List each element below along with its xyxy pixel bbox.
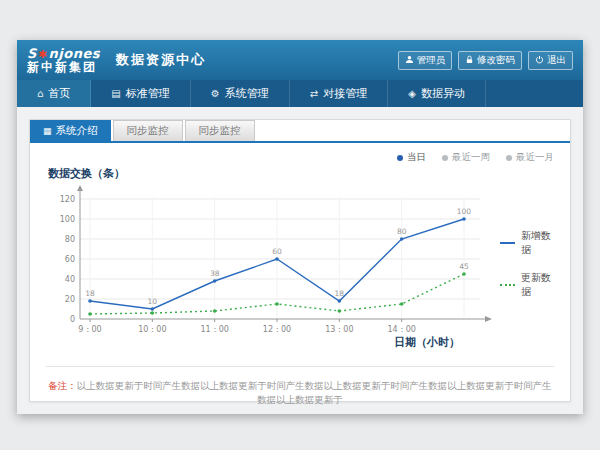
change-password-button[interactable]: 修改密码 xyxy=(458,51,522,70)
brand-company: 新中新集团 xyxy=(27,61,100,74)
svg-text:45: 45 xyxy=(459,262,469,271)
legend-today-dot-icon xyxy=(397,155,403,161)
lock-icon xyxy=(465,55,474,66)
admin-button[interactable]: 管理员 xyxy=(398,51,453,70)
legend-last-week-label: 最近一周 xyxy=(452,151,490,164)
legend-last-month-label: 最近一月 xyxy=(516,151,554,164)
main-nav: ⌂ 首页 ▤ 标准管理 ⚙ 系统管理 ⇄ 对接管理 ◈ 数据异动 xyxy=(17,80,583,107)
tab-sync-monitor-2[interactable]: 同步监控 xyxy=(185,120,255,141)
svg-text:40: 40 xyxy=(65,275,75,284)
gear-icon: ⚙ xyxy=(211,88,220,99)
legend-last-week-dot-icon xyxy=(442,155,448,161)
nav-item-home[interactable]: ⌂ 首页 xyxy=(17,80,91,107)
app-window: S ✱ njones 新中新集团 数据资源中心 管理员 修改密码 退出 ⌂ 首页… xyxy=(17,40,583,414)
chart-column: 0204060801001209：0010：0011：0012：0013：001… xyxy=(46,181,498,350)
nav-item-integration-label: 对接管理 xyxy=(323,86,367,101)
dotted-line-icon xyxy=(500,284,515,286)
tab-sync-monitor-1-label: 同步监控 xyxy=(127,124,169,138)
svg-text:80: 80 xyxy=(397,227,407,236)
chart-row: 0204060801001209：0010：0011：0012：0013：001… xyxy=(46,181,554,350)
exchange-icon: ⇄ xyxy=(310,88,318,99)
diamond-icon: ◈ xyxy=(408,88,416,99)
nav-item-data-changes[interactable]: ◈ 数据异动 xyxy=(388,80,486,107)
user-icon xyxy=(405,55,414,66)
brand-name: S ✱ njones xyxy=(27,47,100,61)
footnote: 备注：以上数据更新于时间产生数据以上数据更新于时间产生数据以上数据更新于时间产生… xyxy=(46,366,554,408)
nav-item-system-label: 系统管理 xyxy=(225,86,269,101)
legend-today[interactable]: 当日 xyxy=(397,151,426,164)
power-icon xyxy=(535,55,544,66)
series-new-data-label: 新增数据 xyxy=(521,229,554,257)
tab-sync-monitor-2-label: 同步监控 xyxy=(199,124,241,138)
legend-last-month[interactable]: 最近一月 xyxy=(506,151,554,164)
svg-text:10: 10 xyxy=(148,297,158,306)
svg-text:100: 100 xyxy=(457,207,472,216)
time-range-legend: 当日 最近一周 最近一月 xyxy=(46,151,554,164)
svg-text:60: 60 xyxy=(272,247,282,256)
grid-icon: ▦ xyxy=(43,126,52,136)
nav-item-system[interactable]: ⚙ 系统管理 xyxy=(191,80,290,107)
brand-logo: S ✱ njones 新中新集团 xyxy=(27,47,100,73)
series-update-data-label: 更新数据 xyxy=(521,271,554,299)
svg-text:38: 38 xyxy=(210,269,220,278)
solid-line-icon xyxy=(500,242,515,244)
home-icon: ⌂ xyxy=(37,88,43,99)
nav-item-standards[interactable]: ▤ 标准管理 xyxy=(91,80,190,107)
svg-text:60: 60 xyxy=(65,255,75,264)
main-card: ▦ 系统介绍 同步监控 同步监控 当日 xyxy=(29,119,571,402)
series-legend: 新增数据 更新数据 xyxy=(500,229,554,299)
content-area: ▦ 系统介绍 同步监控 同步监控 当日 xyxy=(17,107,583,414)
brand-name-suffix: njones xyxy=(49,47,100,61)
svg-text:80: 80 xyxy=(65,235,75,244)
svg-text:100: 100 xyxy=(60,215,75,224)
change-password-label: 修改密码 xyxy=(477,54,515,67)
brand-name-prefix: S xyxy=(27,47,37,61)
footnote-prefix: 备注： xyxy=(48,380,77,391)
card-body: 当日 最近一周 最近一月 数据交换（条） 0204060801001209：00… xyxy=(30,143,570,408)
svg-text:18: 18 xyxy=(335,289,345,298)
footnote-text: 以上数据更新于时间产生数据以上数据更新于时间产生数据以上数据更新于时间产生数据以… xyxy=(77,380,552,405)
standards-icon: ▤ xyxy=(111,88,120,99)
logo-star-icon: ✱ xyxy=(38,49,48,61)
series-legend-update-data[interactable]: 更新数据 xyxy=(500,271,554,299)
nav-item-home-label: 首页 xyxy=(48,86,70,101)
svg-text:14：00: 14：00 xyxy=(387,325,415,334)
page-title: 数据资源中心 xyxy=(116,51,206,69)
nav-item-integration[interactable]: ⇄ 对接管理 xyxy=(290,80,388,107)
svg-text:20: 20 xyxy=(65,295,75,304)
logout-label: 退出 xyxy=(547,54,566,67)
nav-item-data-changes-label: 数据异动 xyxy=(421,86,465,101)
svg-text:18: 18 xyxy=(85,289,95,298)
legend-last-month-dot-icon xyxy=(506,155,512,161)
chart-x-axis-title: 日期（小时） xyxy=(46,335,498,350)
svg-text:0: 0 xyxy=(70,315,75,324)
series-legend-new-data[interactable]: 新增数据 xyxy=(500,229,554,257)
svg-text:12：00: 12：00 xyxy=(263,325,291,334)
legend-today-label: 当日 xyxy=(407,151,426,164)
nav-item-standards-label: 标准管理 xyxy=(126,86,170,101)
admin-button-label: 管理员 xyxy=(417,54,446,67)
legend-last-week[interactable]: 最近一周 xyxy=(442,151,490,164)
tab-sync-monitor-1[interactable]: 同步监控 xyxy=(113,120,183,141)
tab-system-intro[interactable]: ▦ 系统介绍 xyxy=(30,120,111,141)
svg-text:13：00: 13：00 xyxy=(325,325,353,334)
tab-bar: ▦ 系统介绍 同步监控 同步监控 xyxy=(30,120,570,143)
line-chart: 0204060801001209：0010：0011：0012：0013：001… xyxy=(46,181,498,339)
svg-text:120: 120 xyxy=(60,195,75,204)
app-header: S ✱ njones 新中新集团 数据资源中心 管理员 修改密码 退出 xyxy=(17,40,583,80)
logout-button[interactable]: 退出 xyxy=(528,51,573,70)
svg-text:11：00: 11：00 xyxy=(200,325,228,334)
svg-text:9：00: 9：00 xyxy=(78,325,101,334)
chart-y-axis-title: 数据交换（条） xyxy=(48,166,554,181)
tab-system-intro-label: 系统介绍 xyxy=(56,124,98,138)
svg-text:10：00: 10：00 xyxy=(138,325,166,334)
